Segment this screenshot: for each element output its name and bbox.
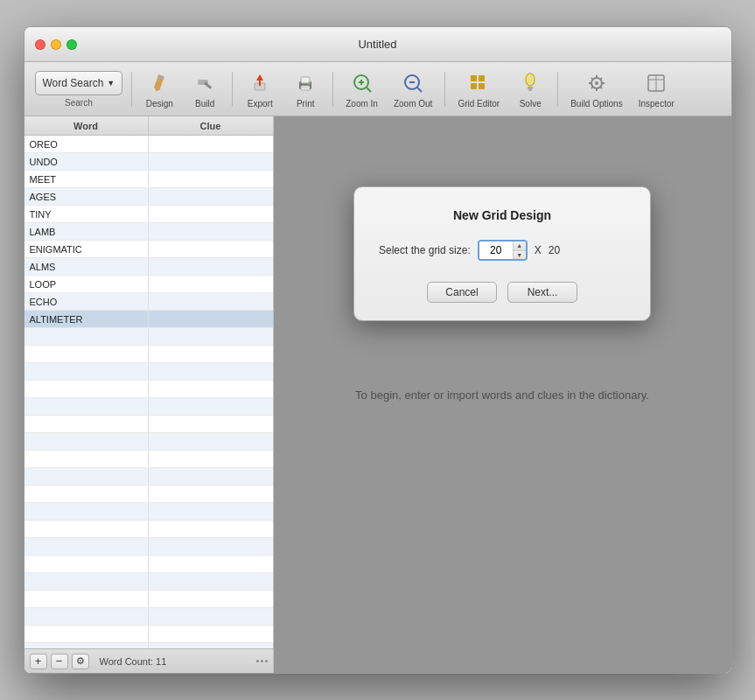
export-button[interactable]: Export bbox=[238, 66, 282, 112]
inspector-icon bbox=[642, 69, 670, 97]
zoom-in-button[interactable]: Zoom In bbox=[339, 66, 385, 112]
hammer-icon bbox=[191, 69, 219, 97]
modal-buttons: Cancel Next... bbox=[379, 282, 626, 303]
build-label: Build bbox=[195, 99, 214, 108]
svg-rect-24 bbox=[479, 83, 485, 89]
puzzle-type-group: Word Search ▼ Search bbox=[31, 67, 127, 111]
solve-button[interactable]: Solve bbox=[508, 66, 552, 112]
stepper-up[interactable]: ▲ bbox=[514, 242, 526, 251]
separator-4 bbox=[444, 72, 445, 107]
cancel-button[interactable]: Cancel bbox=[427, 282, 497, 303]
empty-row bbox=[24, 521, 273, 538]
inspector-label: Inspector bbox=[639, 99, 675, 108]
modal-title: New Grid Design bbox=[379, 208, 626, 222]
grid-size-input-group: ▲ ▼ bbox=[478, 240, 528, 261]
design-button[interactable]: Design bbox=[137, 66, 181, 112]
word-row[interactable]: ECHO bbox=[24, 293, 273, 311]
svg-line-35 bbox=[591, 78, 593, 80]
title-bar: Untitled bbox=[24, 27, 731, 62]
print-icon bbox=[291, 69, 319, 97]
remove-word-button[interactable]: − bbox=[51, 654, 68, 669]
word-row[interactable]: MEET bbox=[24, 171, 273, 188]
clue-cell bbox=[149, 188, 273, 205]
build-options-button[interactable]: Build Options bbox=[563, 66, 629, 112]
grid-editor-button[interactable]: Grid Editor bbox=[451, 66, 507, 112]
empty-row bbox=[24, 591, 273, 608]
empty-row bbox=[24, 468, 273, 486]
build-button[interactable]: Build bbox=[183, 66, 227, 112]
word-row[interactable]: TINY bbox=[24, 206, 273, 223]
sidebar: Word Clue OREOUNDOMEETAGESTINYLAMBENIGMA… bbox=[24, 116, 274, 673]
clue-cell bbox=[149, 153, 273, 170]
word-cell: TINY bbox=[24, 206, 149, 222]
separator-5 bbox=[557, 72, 558, 107]
word-row[interactable]: ALTIMETER bbox=[24, 311, 273, 328]
zoom-out-label: Zoom Out bbox=[394, 99, 432, 108]
svg-point-26 bbox=[528, 75, 533, 84]
new-grid-dialog: New Grid Design Select the grid size: ▲ … bbox=[353, 186, 651, 321]
word-row[interactable]: OREO bbox=[24, 136, 273, 153]
sidebar-header: Word Clue bbox=[24, 116, 273, 136]
puzzle-type-button[interactable]: Word Search ▼ bbox=[35, 71, 123, 95]
svg-line-36 bbox=[600, 87, 602, 88]
empty-row bbox=[24, 363, 273, 381]
y-value: 20 bbox=[549, 244, 560, 256]
svg-rect-11 bbox=[301, 88, 310, 88]
zoom-out-icon bbox=[399, 69, 427, 97]
zoom-in-label: Zoom In bbox=[346, 99, 378, 108]
empty-row bbox=[24, 538, 273, 556]
content-area: Word Clue OREOUNDOMEETAGESTINYLAMBENIGMA… bbox=[24, 116, 731, 673]
window-title: Untitled bbox=[358, 38, 396, 51]
clue-cell bbox=[149, 206, 273, 222]
empty-row bbox=[24, 626, 273, 643]
word-row[interactable]: ALMS bbox=[24, 258, 273, 276]
zoom-out-button[interactable]: Zoom Out bbox=[387, 66, 439, 112]
maximize-button[interactable] bbox=[66, 39, 77, 50]
clue-cell bbox=[149, 136, 273, 152]
clue-cell bbox=[149, 223, 273, 240]
empty-row bbox=[24, 398, 273, 416]
minimize-button[interactable] bbox=[51, 39, 61, 50]
empty-row bbox=[24, 608, 273, 626]
svg-rect-28 bbox=[528, 89, 532, 91]
inspector-button[interactable]: Inspector bbox=[632, 66, 682, 112]
next-button[interactable]: Next... bbox=[507, 282, 577, 303]
svg-line-20 bbox=[417, 88, 422, 92]
separator-2 bbox=[232, 72, 233, 107]
svg-marker-6 bbox=[256, 74, 263, 80]
puzzle-type-sublabel: Search bbox=[65, 98, 93, 108]
stepper-down[interactable]: ▼ bbox=[514, 251, 526, 260]
empty-row bbox=[24, 381, 273, 398]
word-row[interactable]: AGES bbox=[24, 188, 273, 206]
grid-editor-icon bbox=[465, 69, 493, 97]
word-cell: MEET bbox=[24, 171, 149, 187]
x-label: X bbox=[535, 244, 542, 256]
word-row[interactable]: LOOP bbox=[24, 276, 273, 293]
svg-rect-7 bbox=[259, 80, 261, 86]
main-canvas: To begin, enter or import words and clue… bbox=[274, 116, 731, 673]
print-button[interactable]: Print bbox=[283, 66, 327, 112]
word-row[interactable]: ENIGMATIC bbox=[24, 241, 273, 258]
word-list: OREOUNDOMEETAGESTINYLAMBENIGMATICALMSLOO… bbox=[24, 136, 273, 648]
add-word-button[interactable]: + bbox=[30, 654, 47, 669]
empty-row bbox=[24, 573, 273, 591]
export-icon bbox=[246, 69, 274, 97]
grid-editor-label: Grid Editor bbox=[458, 99, 500, 108]
print-label: Print bbox=[297, 99, 315, 108]
word-row[interactable]: UNDO bbox=[24, 153, 273, 171]
word-cell: ALTIMETER bbox=[24, 311, 149, 327]
grid-size-stepper: ▲ ▼ bbox=[513, 242, 526, 259]
separator-3 bbox=[332, 72, 333, 107]
word-cell: OREO bbox=[24, 136, 149, 152]
close-button[interactable] bbox=[35, 39, 45, 50]
settings-button[interactable]: ⚙ bbox=[72, 654, 89, 669]
pencil-icon bbox=[145, 69, 173, 97]
solve-icon bbox=[516, 69, 544, 97]
puzzle-type-label: Word Search bbox=[43, 77, 104, 89]
empty-row bbox=[24, 416, 273, 433]
resize-handle bbox=[256, 660, 268, 662]
modal-overlay: New Grid Design Select the grid size: ▲ … bbox=[274, 116, 731, 673]
word-row[interactable]: LAMB bbox=[24, 223, 273, 241]
grid-size-input[interactable] bbox=[479, 242, 513, 259]
word-cell: LAMB bbox=[24, 223, 149, 240]
